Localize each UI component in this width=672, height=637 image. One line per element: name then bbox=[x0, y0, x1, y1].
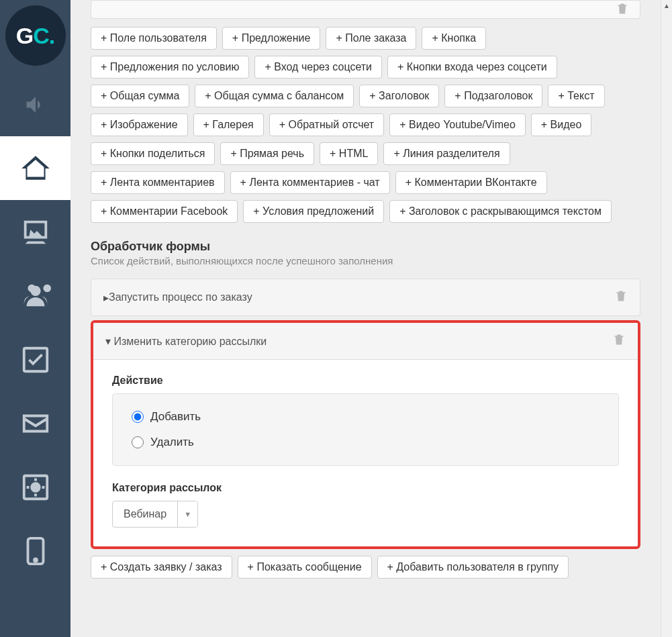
category-select-value: Вебинар bbox=[113, 501, 177, 527]
settings-box-icon[interactable] bbox=[0, 455, 70, 519]
trash-icon[interactable] bbox=[614, 289, 628, 306]
radio-remove[interactable]: Удалить bbox=[132, 436, 599, 449]
handler-header[interactable]: ▾ Изменить категорию рассылки bbox=[93, 323, 638, 360]
sidebar: GC. bbox=[0, 0, 70, 637]
collapsed-panel-top[interactable] bbox=[91, 0, 640, 19]
add-handler-button[interactable]: + Создать заявку / заказ bbox=[91, 556, 232, 579]
add-block-button[interactable]: + Поле пользователя bbox=[91, 27, 217, 50]
add-block-button[interactable]: + Условия предложений bbox=[243, 200, 384, 223]
svg-point-4 bbox=[34, 558, 37, 561]
add-block-button[interactable]: + Предложения по условию bbox=[91, 56, 249, 79]
chevron-down-icon: ▾ bbox=[105, 336, 111, 347]
add-handler-button[interactable]: + Показать сообщение bbox=[238, 556, 372, 579]
chart-icon[interactable] bbox=[0, 200, 70, 264]
add-block-button[interactable]: + Обратный отсчет bbox=[269, 113, 384, 136]
add-block-button[interactable]: + Текст bbox=[548, 85, 604, 107]
checkbox-icon[interactable] bbox=[0, 328, 70, 391]
add-block-button[interactable]: + Комментарии Facebook bbox=[91, 200, 238, 223]
add-block-button[interactable]: + Изображение bbox=[91, 113, 188, 136]
trash-icon[interactable] bbox=[612, 332, 626, 350]
add-block-button[interactable]: + Лента комментариев bbox=[91, 171, 225, 194]
add-block-button[interactable]: + Галерея bbox=[193, 113, 264, 136]
add-block-button[interactable]: + Заголовок с раскрывающимся текстом bbox=[389, 200, 612, 223]
add-block-button[interactable]: + Прямая речь bbox=[220, 142, 314, 165]
add-block-button[interactable]: + HTML bbox=[320, 142, 378, 165]
trash-icon[interactable] bbox=[616, 1, 629, 18]
add-block-button[interactable]: + Предложение bbox=[222, 27, 321, 50]
add-block-button[interactable]: + Поле заказа bbox=[326, 27, 416, 50]
add-block-button[interactable]: + Кнопки поделиться bbox=[91, 142, 215, 165]
add-block-button[interactable]: + Подзаголовок bbox=[444, 85, 542, 107]
add-block-button[interactable]: + Видео Youtube/Vimeo bbox=[389, 113, 526, 136]
scroll-up-icon[interactable]: ▲ bbox=[661, 0, 673, 11]
add-block-button[interactable]: + Общая сумма с балансом bbox=[195, 85, 354, 107]
add-block-button[interactable]: + Заголовок bbox=[359, 85, 439, 107]
add-block-button[interactable]: + Общая сумма bbox=[91, 85, 189, 107]
add-block-button[interactable]: + Вход через соцсети bbox=[254, 56, 382, 79]
add-block-button[interactable]: + Видео bbox=[531, 113, 592, 136]
chevron-right-icon: ▸ bbox=[103, 291, 109, 304]
handler-change-category: ▾ Изменить категорию рассылки Действие Д… bbox=[91, 320, 640, 549]
main-content: + Поле пользователя+ Предложение+ Поле з… bbox=[70, 0, 661, 637]
radio-add-input[interactable] bbox=[132, 411, 144, 423]
mobile-icon[interactable] bbox=[0, 519, 70, 583]
svg-point-2 bbox=[32, 483, 40, 491]
sound-icon[interactable] bbox=[0, 72, 70, 136]
add-block-button[interactable]: + Кнопка bbox=[422, 27, 486, 50]
add-block-button[interactable]: + Комментарии ВКонтакте bbox=[395, 171, 547, 194]
home-icon[interactable] bbox=[0, 136, 70, 200]
dropdown-caret-icon: ▼ bbox=[177, 501, 197, 527]
add-handler-buttons: + Создать заявку / заказ+ Показать сообщ… bbox=[91, 556, 640, 579]
radio-remove-label: Удалить bbox=[150, 436, 194, 449]
handler-section-title: Обработчик формы bbox=[91, 240, 640, 254]
add-block-button[interactable]: + Линия разделителя bbox=[383, 142, 510, 165]
logo-letter-c: C bbox=[33, 23, 49, 48]
handler-label: Запустить процесс по заказу bbox=[109, 291, 252, 303]
logo-letter-g: G bbox=[16, 23, 33, 48]
add-block-button[interactable]: + Кнопки входа через соцсети bbox=[387, 56, 557, 79]
users-icon[interactable] bbox=[0, 264, 70, 328]
scrollbar[interactable]: ▲ bbox=[661, 0, 672, 637]
radio-add-label: Добавить bbox=[150, 410, 201, 424]
handler-run-process[interactable]: ▸ Запустить процесс по заказу bbox=[91, 279, 640, 316]
add-block-button[interactable]: + Лента комментариев - чат bbox=[230, 171, 390, 194]
action-radio-group: Добавить Удалить bbox=[112, 393, 619, 466]
category-select[interactable]: Вебинар ▼ bbox=[112, 501, 198, 528]
action-label: Действие bbox=[112, 375, 619, 387]
category-label: Категория рассылок bbox=[112, 482, 619, 494]
logo[interactable]: GC. bbox=[5, 5, 66, 66]
radio-add[interactable]: Добавить bbox=[132, 410, 599, 424]
mail-icon[interactable] bbox=[0, 391, 70, 455]
handler-label: Изменить категорию рассылки bbox=[113, 336, 267, 347]
add-handler-button[interactable]: + Добавить пользователя в группу bbox=[377, 556, 569, 579]
logo-dot: . bbox=[49, 23, 54, 48]
handler-section-subtitle: Список действий, выполняющихся после усп… bbox=[91, 255, 640, 266]
add-block-buttons: + Поле пользователя+ Предложение+ Поле з… bbox=[91, 27, 640, 223]
radio-remove-input[interactable] bbox=[132, 436, 144, 448]
